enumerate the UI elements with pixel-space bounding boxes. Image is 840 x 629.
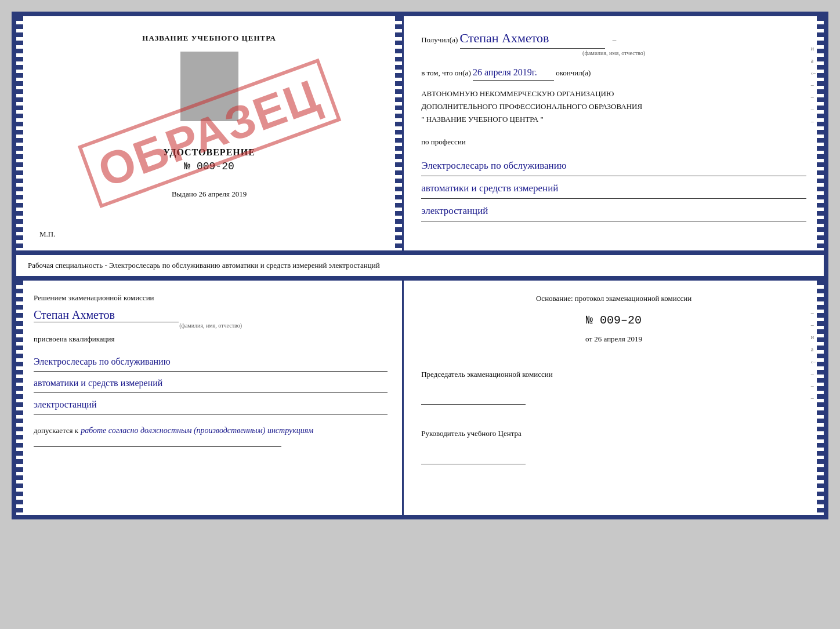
bottom-protocol-number: № 009–20 — [421, 314, 806, 327]
signature-line-left — [34, 446, 281, 447]
qualification-block: Электрослесарь по обслуживанию автоматик… — [34, 350, 388, 415]
profession-line1: Электрослесарь по обслуживанию — [421, 156, 806, 176]
allowed-text: работе согласно должностным (производств… — [81, 426, 313, 435]
top-left: НАЗВАНИЕ УЧЕБНОГО ЦЕНТРА УДОСТОВЕРЕНИЕ №… — [16, 16, 404, 250]
profession-line2: автоматики и средств измерений — [421, 179, 806, 199]
cert-number: № 009-20 — [184, 161, 234, 172]
org-line1: АВТОНОМНУЮ НЕКОММЕРЧЕСКУЮ ОРГАНИЗАЦИЮ — [421, 88, 806, 100]
bottom-recipient-name: Степан Ахметов — [34, 308, 179, 322]
org-name: АВТОНОМНУЮ НЕКОММЕРЧЕСКУЮ ОРГАНИЗАЦИЮ ДО… — [421, 88, 806, 126]
side-marks-bottom: – – и а ‹– – – – — [811, 310, 816, 401]
received-label: Получил(а) — [421, 35, 458, 44]
recipient-name-top: Степан Ахметов — [460, 28, 605, 49]
side-marks-top: и а ‹– – – – – — [811, 45, 816, 125]
qual-line3: электростанций — [34, 395, 388, 415]
cert-date-top: 26 апреля 2019г. — [473, 65, 554, 81]
qual-line2: автоматики и средств измерений — [34, 374, 388, 393]
bottom-date-block: от 26 апреля 2019 — [421, 333, 806, 346]
received-field: Получил(а) Степан Ахметов – (фамилия, им… — [421, 28, 806, 58]
bottom-date: 26 апреля 2019 — [594, 335, 642, 343]
spacer2 — [421, 410, 806, 422]
profession-label: по профессии — [421, 137, 806, 147]
photo-placeholder — [180, 52, 238, 121]
profession-line3: электростанций — [421, 201, 806, 221]
allowed-label: допускается к — [34, 426, 78, 435]
bottom-fio-label: (фамилия, имя, отчество) — [34, 322, 388, 329]
in-that-label: в том, что он(а) — [421, 68, 471, 77]
chairman-signature-line — [421, 388, 526, 405]
from-label: от — [585, 335, 592, 343]
school-name-top-left: НАЗВАНИЕ УЧЕБНОГО ЦЕНТРА — [142, 34, 276, 43]
basis-label: Основание: протокол экаменационной комис… — [421, 292, 806, 305]
fio-label-top: (фамилия, имя, отчество) — [421, 49, 806, 58]
top-right: Получил(а) Степан Ахметов – (фамилия, им… — [404, 16, 824, 250]
head-label: Руководитель учебного Центра — [421, 428, 806, 440]
mp-label: М.П. — [31, 230, 55, 239]
issued-line: Выдано 26 апреля 2019 — [172, 190, 247, 199]
bottom-right: Основание: протокол экаменационной комис… — [404, 281, 824, 515]
top-document: НАЗВАНИЕ УЧЕБНОГО ЦЕНТРА УДОСТОВЕРЕНИЕ №… — [12, 12, 828, 255]
org-line2: ДОПОЛНИТЕЛЬНОГО ПРОФЕССИОНАЛЬНОГО ОБРАЗО… — [421, 100, 806, 113]
date-field: в том, что он(а) 26 апреля 2019г. окончи… — [421, 65, 806, 81]
finished-label: окончил(а) — [556, 68, 591, 77]
page-wrapper: НАЗВАНИЕ УЧЕБНОГО ЦЕНТРА УДОСТОВЕРЕНИЕ №… — [12, 12, 828, 519]
head-signature-line — [421, 448, 526, 464]
chairman-label: Председатель экаменационной комиссии — [421, 369, 806, 381]
spacer1 — [421, 351, 806, 363]
bottom-document: Решением экаменационной комиссии Степан … — [12, 276, 828, 519]
middle-strip: Рабочая специальность - Электрослесарь п… — [12, 255, 828, 276]
qual-line1: Электрослесарь по обслуживанию — [34, 352, 388, 372]
profession-block: Электрослесарь по обслуживанию автоматик… — [421, 154, 806, 221]
middle-text: Рабочая специальность - Электрослесарь п… — [28, 261, 380, 270]
allowed-block: допускается к работе согласно должностны… — [34, 425, 388, 437]
org-line3: " НАЗВАНИЕ УЧЕБНОГО ЦЕНТРА " — [421, 113, 806, 126]
issued-label: Выдано 26 апреля 2019 — [172, 190, 247, 198]
bottom-recipient-block: Степан Ахметов (фамилия, имя, отчество) — [34, 308, 388, 329]
decision-title: Решением экаменационной комиссии — [34, 292, 388, 304]
cert-type: УДОСТОВЕРЕНИЕ — [163, 147, 255, 158]
bottom-left: Решением экаменационной комиссии Степан … — [16, 281, 404, 515]
qualification-label: присвоена квалификация — [34, 333, 388, 346]
